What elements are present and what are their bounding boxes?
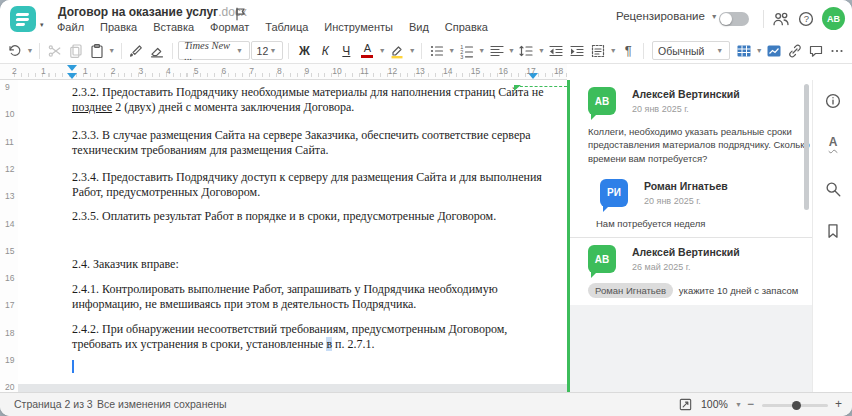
insert-comment-button[interactable] [806,40,826,62]
chevron-down-icon: ▼ [710,13,719,20]
comment-item-1[interactable]: АВАлексей Вертинский20 янв 2025 г.Коллег… [570,80,812,172]
app-logo-icon[interactable] [10,6,36,32]
v-ruler-number: 17 [5,300,14,310]
paste-dropdown-icon[interactable]: ▼ [108,47,116,54]
zoom-in-button[interactable]: + [835,397,842,411]
highlight-dropdown-icon[interactable]: ▼ [408,47,416,54]
zoom-slider-knob[interactable] [792,401,801,410]
paragraph-4: 2.3.5. Оплатить результат Работ в порядк… [72,209,545,224]
bullet-list-dropdown-icon[interactable]: ▼ [448,47,456,54]
document-page[interactable]: 2.3.2. Предоставить Подрядчику необходим… [18,80,567,384]
decrease-indent-button[interactable] [546,40,566,62]
insert-chart-button[interactable] [764,40,784,62]
search-icon[interactable] [824,180,842,198]
paragraph-settings-dropdown-icon[interactable]: ▼ [609,47,617,54]
font-color-dropdown-icon[interactable]: ▼ [378,47,386,54]
comments-scrollbar[interactable] [804,84,809,210]
chevron-down-icon: ▼ [734,401,743,408]
text-run: 2.3.5. Оплатить результат Работ в порядк… [72,209,496,223]
comment-item-2[interactable]: РИРоман Игнатьев20 янв 2025 г.Нам потреб… [570,172,812,237]
increase-indent-button[interactable] [567,40,587,62]
clear-style-button[interactable] [147,40,167,62]
page-indicator[interactable]: Страница 2 из 3 [14,398,93,410]
document-title-text: Договор на оказание услуг [58,5,218,19]
bookmark-icon[interactable] [824,222,842,240]
text-run: п. 2.7.1. [332,337,374,351]
italic-button[interactable]: К [315,40,335,62]
svg-text:3: 3 [460,53,463,58]
more-tools-button[interactable] [827,40,847,62]
v-ruler-number: 11 [5,137,14,147]
align-dropdown-icon[interactable]: ▼ [508,47,516,54]
vertical-ruler[interactable]: 91011121314151617181920 [0,80,18,392]
left-indent-marker[interactable] [67,73,77,79]
comment-author: Алексей Вертинский [632,246,800,258]
review-toggle[interactable] [719,12,749,26]
h-ruler-number: 16 [499,66,508,76]
paragraph-settings-button[interactable] [588,40,608,62]
undo-dropdown-icon[interactable]: ▼ [26,47,34,54]
review-mode-button[interactable]: Рецензирование▼ [616,10,719,22]
v-ruler-number: 20 [5,382,14,392]
first-line-indent-marker[interactable] [67,65,77,71]
line-spacing-dropdown-icon[interactable]: ▼ [537,47,545,54]
toolbar-separator [421,43,422,59]
font-name-value: Times New ... [184,40,235,62]
menu-item-4[interactable]: Таблица [265,21,308,33]
nonprinting-characters-button[interactable]: ¶ [618,40,638,62]
app-menu-caret-icon[interactable]: ▾ [40,21,44,29]
insert-table-button[interactable] [734,40,754,62]
zoom-out-button[interactable]: − [747,397,754,411]
underline-button[interactable]: Ч [336,40,356,62]
avatar-initials: РИ [607,187,621,198]
horizontal-ruler[interactable]: 21123456789101112131415161718 [0,64,567,80]
toolbar: ▼ ▼ Times New ...▼ 12▼ Ж К Ч А ▼ ▼ ▼ 123… [0,38,852,64]
comment-anchor-connector [515,86,567,87]
menu-item-5[interactable]: Инструменты [324,21,393,33]
zoom-level-select[interactable]: 100%▼ [701,398,743,410]
toolbar-separator [172,43,173,59]
info-panel-icon[interactable] [824,92,842,110]
v-ruler-number: 10 [5,109,14,119]
copy-button[interactable] [66,40,86,62]
numbered-list-button[interactable]: 123 [457,40,477,62]
font-name-select[interactable]: Times New ...▼ [178,41,249,60]
font-size-select[interactable]: 12▼ [251,41,284,60]
format-painter-button[interactable] [126,40,146,62]
paste-button[interactable] [87,40,107,62]
insert-table-dropdown-icon[interactable]: ▼ [755,47,763,54]
fit-page-icon[interactable] [678,397,693,412]
font-color-button[interactable]: А [357,40,377,62]
paragraph-style-select[interactable]: Обычный▼ [652,41,730,60]
bold-button[interactable]: Ж [294,40,314,62]
bullet-list-button[interactable] [427,40,447,62]
h-ruler-number: 9 [305,66,310,76]
menu-item-2[interactable]: Вставка [153,21,194,33]
undo-button[interactable] [5,40,25,62]
cut-button[interactable] [45,40,65,62]
insert-link-button[interactable] [785,40,805,62]
comments-panel: АВАлексей Вертинский20 янв 2025 г.Коллег… [567,80,812,392]
comment-text: Роман Игнатьев укажите 10 дней с запасом [588,283,814,298]
collaboration-users-icon[interactable] [772,10,790,28]
comment-item-3[interactable]: АВАлексей Вертинский26 май 2025 г.Роман … [570,238,812,305]
numbered-list-dropdown-icon[interactable]: ▼ [478,47,486,54]
favorite-flag-icon[interactable] [233,6,249,22]
align-button[interactable] [487,40,507,62]
help-icon[interactable]: ? [797,10,815,28]
menu-item-0[interactable]: Файл [57,21,84,33]
ruler-ticks [14,73,567,77]
zoom-slider[interactable] [762,404,828,407]
menu-item-3[interactable]: Формат [210,21,249,33]
mention-chip[interactable]: Роман Игнатьев [588,283,673,298]
menu-item-7[interactable]: Справка [445,21,488,33]
text-run: 2.4.2. При обнаружении несоответствий тр… [72,322,507,351]
menu-item-6[interactable]: Вид [409,21,429,33]
paragraph-3: 2.3.4. Предоставить Подрядчику доступ к … [72,170,545,200]
user-avatar[interactable]: АВ [822,7,845,30]
spellcheck-icon[interactable]: А [824,135,842,153]
menu-item-1[interactable]: Правка [100,21,137,33]
chevron-down-icon: ▼ [268,47,277,54]
highlight-button[interactable] [387,40,407,62]
line-spacing-button[interactable] [516,40,536,62]
